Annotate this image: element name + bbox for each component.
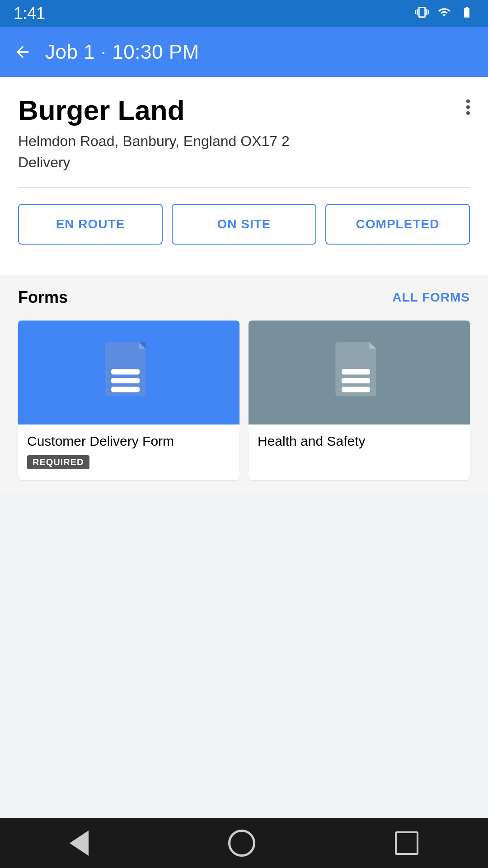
on-site-button[interactable]: ON SITE [172, 204, 316, 245]
svg-rect-10 [342, 378, 370, 383]
health-safety-form-card[interactable]: Health and Safety [249, 321, 470, 480]
dot-2 [466, 105, 470, 109]
business-address: Helmdon Road, Banbury, England OX17 2 [18, 131, 470, 151]
status-time: 1:41 [14, 4, 45, 23]
health-safety-form-image [249, 321, 470, 425]
completed-button[interactable]: COMPLETED [325, 204, 470, 245]
app-bar: Job 1 · 10:30 PM [0, 27, 488, 77]
status-bar: 1:41 [0, 0, 488, 27]
health-safety-form-name: Health and Safety [258, 434, 461, 449]
business-name: Burger Land [18, 95, 470, 126]
customer-delivery-form-name: Customer Delivery Form [27, 434, 230, 449]
svg-rect-4 [111, 378, 140, 383]
vibrate-icon [415, 5, 429, 23]
all-forms-link[interactable]: ALL FORMS [392, 290, 470, 305]
customer-delivery-form-card[interactable]: Customer Delivery Form REQUIRED [18, 321, 239, 480]
forms-section: Forms ALL FORMS Customer Delivery Form R… [0, 274, 488, 494]
nav-bar [0, 818, 488, 868]
customer-delivery-form-body: Customer Delivery Form REQUIRED [18, 425, 239, 480]
nav-recents-button[interactable] [395, 831, 418, 855]
svg-rect-3 [111, 369, 140, 374]
en-route-button[interactable]: EN ROUTE [18, 204, 163, 245]
form-cards: Customer Delivery Form REQUIRED Health a… [18, 321, 470, 480]
divider [18, 187, 470, 188]
forms-title: Forms [18, 288, 68, 307]
document-icon-gray [332, 339, 386, 406]
health-safety-form-body: Health and Safety [249, 425, 470, 466]
back-triangle-icon [70, 830, 89, 856]
forms-header: Forms ALL FORMS [18, 288, 470, 307]
recents-square-icon [395, 831, 418, 855]
more-options-button[interactable] [462, 95, 474, 119]
home-circle-icon [228, 830, 255, 857]
svg-rect-5 [111, 387, 140, 392]
delivery-type: Delivery [18, 154, 470, 171]
back-button[interactable] [14, 43, 32, 61]
nav-back-button[interactable] [70, 830, 89, 856]
status-icons [415, 5, 474, 23]
dot-3 [466, 111, 470, 115]
svg-rect-9 [342, 369, 370, 374]
svg-rect-11 [342, 387, 370, 392]
customer-delivery-form-image [18, 321, 239, 425]
dot-1 [466, 99, 470, 103]
battery-icon [459, 6, 474, 22]
document-icon-blue [102, 339, 156, 406]
main-content: Burger Land Helmdon Road, Banbury, Engla… [0, 77, 488, 274]
status-buttons: EN ROUTE ON SITE COMPLETED [18, 204, 470, 245]
app-bar-title: Job 1 · 10:30 PM [45, 41, 199, 63]
nav-home-button[interactable] [228, 830, 255, 857]
required-badge: REQUIRED [27, 455, 89, 469]
wifi-icon [436, 6, 452, 22]
